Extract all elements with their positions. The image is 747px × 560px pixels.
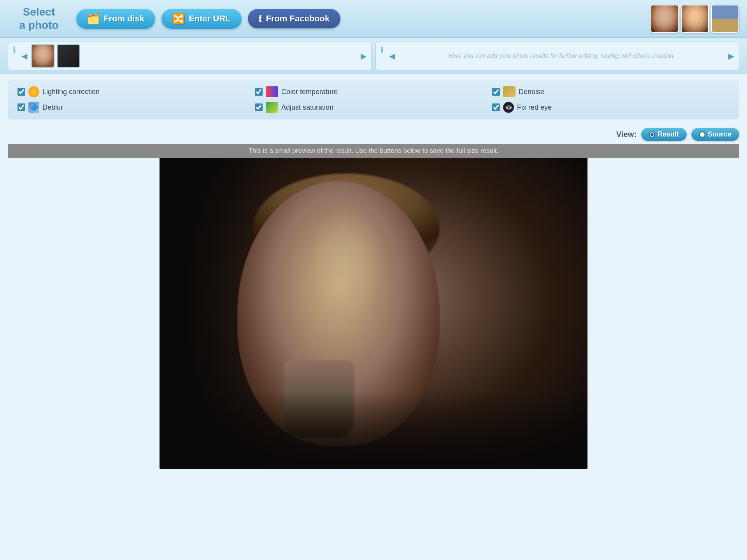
filters-row-2: 🔷 Deblur Adjust saturation 👁️ Fix red ey… <box>18 102 729 113</box>
filters-row-1: ☀️ Lighting correction Color temperature… <box>18 86 729 97</box>
filter-saturation-checkbox[interactable] <box>255 103 263 111</box>
filter-lighting-checkbox[interactable] <box>18 88 25 96</box>
source-panel: ℹ ◀ ▶ <box>8 42 372 70</box>
color-temp-icon <box>266 86 278 97</box>
view-label: View: <box>616 130 637 139</box>
source-thumbs <box>31 44 357 68</box>
filter-deblur: 🔷 Deblur <box>18 102 255 113</box>
filter-lighting: ☀️ Lighting correction <box>18 86 255 97</box>
select-photo-label: Select a photo <box>8 5 70 32</box>
preview-image <box>160 158 587 469</box>
filter-saturation-label: Adjust saturation <box>281 103 333 112</box>
sample-thumbnails <box>651 5 739 33</box>
view-result-button[interactable]: Result <box>641 128 687 141</box>
sample-thumb-woman[interactable] <box>651 5 679 33</box>
top-bar: Select a photo 🗂️ From disk 🔀 Enter URL … <box>0 0 747 38</box>
sample-thumb-man[interactable] <box>681 5 709 33</box>
filter-denoise-checkbox[interactable] <box>492 88 500 96</box>
filter-redeye-label: Fix red eye <box>517 103 552 112</box>
view-source-label: Source <box>708 130 731 138</box>
filter-redeye-checkbox[interactable] <box>492 103 500 111</box>
view-source-button[interactable]: Source <box>691 128 739 141</box>
result-radio-inner <box>651 133 654 136</box>
from-facebook-button[interactable]: f From Facebook <box>248 9 340 28</box>
preview-area: This is a small preview of the result. U… <box>8 144 739 469</box>
lighting-icon: ☀️ <box>28 86 39 97</box>
source-radio-dot <box>699 131 705 138</box>
redeye-icon: 👁️ <box>503 102 514 113</box>
denoise-icon <box>503 86 516 97</box>
filter-deblur-checkbox[interactable] <box>18 103 25 111</box>
filter-color-temp-label: Color temperature <box>281 88 338 96</box>
url-icon: 🔀 <box>172 13 185 25</box>
filters-section: ☀️ Lighting correction Color temperature… <box>8 80 739 119</box>
preview-notice: This is a small preview of the result. U… <box>8 144 739 158</box>
source-thumb-1[interactable] <box>31 44 54 68</box>
select-line1: Select <box>23 6 55 18</box>
select-line2: a photo <box>19 19 58 31</box>
results-placeholder: Here you can add your photo results for … <box>399 49 724 63</box>
filter-saturation: Adjust saturation <box>255 102 492 113</box>
source-next-button[interactable]: ▶ <box>359 50 368 62</box>
filter-deblur-label: Deblur <box>42 103 63 112</box>
from-disk-label: From disk <box>103 14 144 24</box>
deblur-icon: 🔷 <box>28 102 39 113</box>
filter-denoise-label: Denoise <box>519 88 544 96</box>
panels-row: ℹ ◀ ▶ ℹ ◀ Here you can add your photo re… <box>0 38 747 74</box>
result-radio-dot <box>649 131 655 138</box>
filter-denoise: Denoise <box>492 86 729 97</box>
results-prev-button[interactable]: ◀ <box>388 50 396 62</box>
facebook-icon: f <box>259 13 262 24</box>
results-info-icon: ℹ <box>379 44 385 55</box>
view-result-label: Result <box>658 130 679 138</box>
portrait-shadow-bottom <box>160 391 587 469</box>
filter-lighting-label: Lighting correction <box>42 88 100 96</box>
portrait-highlight <box>307 205 385 321</box>
from-disk-button[interactable]: 🗂️ From disk <box>76 9 155 29</box>
results-panel: ℹ ◀ Here you can add your photo results … <box>375 42 739 70</box>
view-control: View: Result Source <box>0 125 747 144</box>
filter-color-temp: Color temperature <box>255 86 492 97</box>
saturation-icon <box>266 102 278 113</box>
sample-thumb-boat[interactable] <box>711 5 739 33</box>
source-thumb-2[interactable] <box>57 44 80 68</box>
source-info-icon: ℹ <box>11 44 18 55</box>
filter-color-temp-checkbox[interactable] <box>255 88 263 96</box>
enter-url-button[interactable]: 🔀 Enter URL <box>161 9 242 29</box>
source-prev-button[interactable]: ◀ <box>20 50 29 62</box>
results-next-button[interactable]: ▶ <box>727 50 736 62</box>
enter-url-label: Enter URL <box>189 14 231 24</box>
from-facebook-label: From Facebook <box>266 14 330 24</box>
filter-redeye: 👁️ Fix red eye <box>492 102 729 113</box>
disk-icon: 🗂️ <box>87 13 100 25</box>
